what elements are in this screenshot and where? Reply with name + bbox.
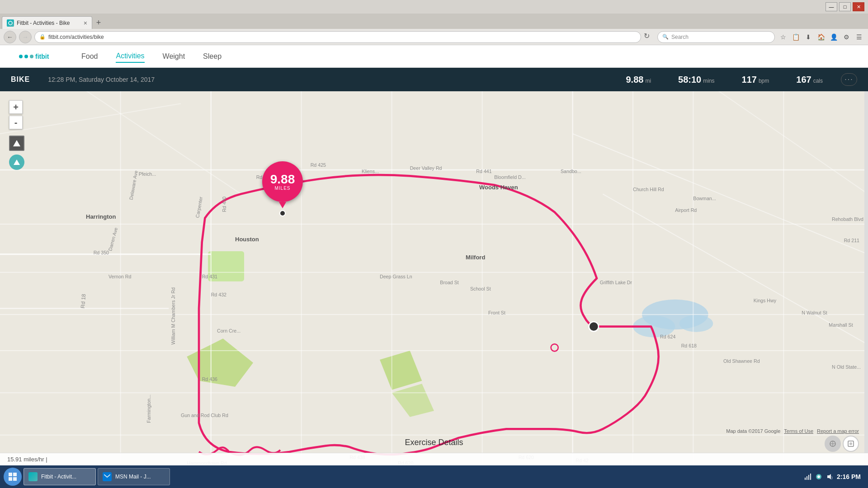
svg-point-101 [817,475,820,478]
tab-close-button[interactable]: × [84,19,87,27]
stat-hr-value: 117 [742,75,757,85]
svg-text:Rd 624: Rd 624 [660,334,675,339]
svg-text:Rd 211: Rd 211 [844,238,859,243]
svg-marker-102 [827,474,831,479]
svg-text:Rd 430: Rd 430 [222,197,227,212]
activity-datetime: 12:28 PM, Saturday October 14, 2017 [48,76,608,83]
distance-pin [279,202,286,208]
browser-chrome: — □ ✕ Fitbit - Activities - Bike × + ← →… [0,0,868,45]
forward-button[interactable]: → [19,31,32,43]
nav-item-weight[interactable]: Weight [163,51,185,62]
nav-item-activities[interactable]: Activities [116,50,144,63]
zoom-in-button[interactable]: + [9,100,23,114]
fitbit-app-label: Fitbit - Activit... [41,474,76,480]
stat-distance-unit: mi [645,78,651,84]
taskbar: Fitbit - Activit... MSN Mail - J... ) 2:… [0,465,868,488]
svg-text:): ) [831,475,833,479]
reading-list-icon[interactable]: 📋 [790,32,801,42]
svg-text:Sandbo...: Sandbo... [561,169,581,174]
map-data-text: Map data ©2017 Google [726,428,780,434]
fitbit-logo[interactable]: fitbit [18,51,54,62]
speed-bar: 15.91 miles/hr | [0,453,868,465]
minimize-button[interactable]: — [826,2,837,11]
download-icon[interactable]: ⬇ [803,32,814,42]
time-text: 2:16 PM [837,473,861,480]
menu-icon[interactable]: ☰ [854,32,864,42]
account-icon[interactable]: 👤 [828,32,839,42]
svg-rect-96 [805,478,806,480]
stat-distance: 9.88 mi [626,75,651,85]
svg-text:Pfeich...: Pfeich... [139,171,156,177]
search-bar[interactable]: 🔍 Search [657,31,775,43]
browser-tabbar: Fitbit - Activities - Bike × + [0,14,868,29]
svg-text:Griffith Lake Dr: Griffith Lake Dr [600,280,632,285]
browser-tab-fitbit[interactable]: Fitbit - Activities - Bike × [2,16,92,29]
svg-text:Rd 431: Rd 431 [202,274,217,279]
terms-of-use-link[interactable]: Terms of Use [784,428,813,434]
fitbit-map-button[interactable] [9,155,24,170]
start-button[interactable] [4,468,22,486]
svg-text:Gun and Rod Club Rd: Gun and Rod Club Rd [181,413,228,418]
svg-point-36 [589,322,599,331]
distance-bubble: 9.88 MILES [262,161,303,202]
report-map-error-link[interactable]: Report a map error [817,428,859,434]
taskbar-mail-app[interactable]: MSN Mail - J... [98,468,170,485]
reload-button[interactable]: ↻ [644,32,655,42]
svg-text:fitbit: fitbit [35,53,49,60]
more-options-button[interactable]: ··· [841,73,857,86]
svg-point-2 [24,55,28,58]
svg-text:N Old State...: N Old State... [832,364,861,370]
maximize-button[interactable]: □ [839,2,851,11]
stat-duration-value: 58:10 [678,75,701,85]
taskbar-fitbit-app[interactable]: Fitbit - Activit... [24,468,96,485]
svg-text:Farmington...: Farmington... [146,394,151,423]
nav-item-sleep[interactable]: Sleep [203,51,222,62]
svg-rect-91 [9,473,12,476]
fitbit-taskbar-icon [28,472,38,481]
stat-hr-unit: bpm [759,78,769,84]
stat-duration: 58:10 mins [678,75,715,85]
svg-text:Rehobath Blvd: Rehobath Blvd [832,216,863,222]
nav-item-food[interactable]: Food [81,51,98,62]
svg-text:Deer Valley Rd: Deer Valley Rd [410,165,442,171]
new-tab-button[interactable]: + [92,16,105,29]
window-controls: — □ ✕ [826,2,864,11]
svg-text:Corn Cre...: Corn Cre... [217,328,241,333]
map-container: Rd 18 Darren Ave Delaware Ave Carpenter … [0,91,868,465]
stat-cals-value: 167 [796,75,811,85]
svg-text:Rd 432: Rd 432 [211,292,226,297]
back-button[interactable]: ← [4,31,16,43]
stat-heart-rate: 117 bpm [742,75,769,85]
map-footer: Map data ©2017 Google Terms of Use Repor… [726,428,859,434]
map-view-button[interactable] [825,436,841,452]
svg-rect-92 [13,473,17,476]
close-button[interactable]: ✕ [853,2,864,11]
settings-icon[interactable]: ⚙ [841,32,852,42]
svg-rect-99 [810,474,811,480]
tab-favicon [7,19,14,27]
scrollbar[interactable] [864,91,868,465]
volume-icon: ) [826,473,833,480]
svg-rect-97 [807,476,807,480]
satellite-view-button[interactable] [843,436,859,452]
taskbar-time-display[interactable]: 2:16 PM [837,473,861,480]
svg-point-1 [19,55,23,58]
svg-text:Rd 425: Rd 425 [311,162,326,168]
zoom-out-button[interactable]: - [9,116,23,129]
svg-text:William M Chambers Jr Rd: William M Chambers Jr Rd [170,287,176,345]
activity-content: BIKE 12:28 PM, Saturday October 14, 2017… [0,68,868,465]
svg-marker-84 [13,140,20,146]
search-icon: 🔍 [662,34,669,40]
bookmark-star-icon[interactable]: ☆ [778,32,788,42]
exercise-details-label: Exercise Details [405,438,463,447]
svg-text:Rd 436: Rd 436 [202,376,217,382]
address-bar[interactable]: 🔒 fitbit.com/activities/bike [34,31,641,43]
svg-rect-98 [808,475,809,480]
map-label-woods-haven: Woods Haven [479,184,518,191]
distance-marker: 9.88 MILES [262,161,303,216]
map-label-houston: Houston [235,236,259,243]
map-label-harrington: Harrington [86,213,116,220]
terrain-button[interactable] [9,136,24,151]
stat-distance-value: 9.88 [626,75,643,85]
home-icon[interactable]: 🏠 [816,32,826,42]
